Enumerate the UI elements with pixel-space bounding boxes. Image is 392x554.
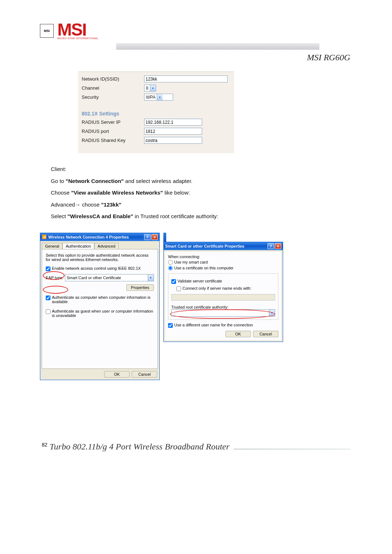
chevron-down-icon xyxy=(150,85,156,91)
help-button[interactable]: ? xyxy=(144,234,151,240)
dialog-screenshots: 📶 Wireless Network Connection 4 Properti… xyxy=(40,233,352,380)
validate-cert-checkbox[interactable] xyxy=(171,279,176,284)
eap-type-select[interactable]: Smart Card or other Certificate xyxy=(65,274,154,281)
tab-general[interactable]: General xyxy=(42,243,62,249)
eap-type-value: Smart Card or other Certificate xyxy=(67,276,121,280)
connect-only-checkbox[interactable] xyxy=(176,286,181,291)
security-select[interactable]: WPA xyxy=(144,94,173,101)
connect-only-label: Connect only if server name ends with: xyxy=(183,286,252,290)
tab-advanced[interactable]: Advanced xyxy=(94,243,119,249)
radius-port-input[interactable] xyxy=(144,128,202,135)
wireless-settings-panel: Network ID(SSID) Channel 8 Security WPA … xyxy=(78,72,234,153)
window-title: Wireless Network Connection 4 Properties xyxy=(48,235,129,239)
security-label: Security xyxy=(82,94,144,100)
channel-value: 8 xyxy=(144,86,150,91)
channel-select[interactable]: 8 xyxy=(144,85,156,91)
window-title: Smart Card or other Certificate Properti… xyxy=(165,244,244,248)
footer-title: Turbo 802.11b/g 4 Port Wireless Broadban… xyxy=(50,442,230,452)
ok-button[interactable]: OK xyxy=(225,331,251,337)
logo-brand: MSI xyxy=(57,22,98,37)
window-icon: 📶 xyxy=(42,235,47,239)
p-goto: Go to "Network Connection" and select wi… xyxy=(51,176,341,187)
use-certificate-radio[interactable] xyxy=(168,266,173,270)
section-8021x-title: 802.1X Settings xyxy=(82,111,234,117)
ssid-input[interactable] xyxy=(144,76,228,82)
when-connecting-label: When connecting: xyxy=(168,254,278,259)
eap-type-label: EAP type: xyxy=(46,276,64,280)
auth-as-computer-checkbox[interactable] xyxy=(46,296,50,300)
auth-as-guest-checkbox[interactable] xyxy=(46,309,50,314)
logo-text: MSI MICRO-STAR INTERNATIONAL xyxy=(57,22,98,40)
auth-as-guest-label: Authenticate as guest when user or compu… xyxy=(52,309,154,318)
validate-cert-label: Validate server certificate xyxy=(177,279,222,283)
enable-8021x-label: Enable network access control using IEEE… xyxy=(52,266,141,270)
wireless-properties-dialog: 📶 Wireless Network Connection 4 Properti… xyxy=(40,233,160,380)
use-smartcard-radio[interactable] xyxy=(168,260,173,265)
radius-ip-input[interactable] xyxy=(144,119,202,126)
dialog-body: When connecting: Use my smart card Use a… xyxy=(165,252,281,340)
logo-emblem: MSI xyxy=(40,24,54,38)
p-choose: Choose "View available Wireless Networks… xyxy=(51,188,341,198)
p-client: Client: xyxy=(51,164,341,175)
radius-ip-label: RADIUS Server IP xyxy=(82,119,144,125)
use-certificate-label: Use a certificate on this computer xyxy=(174,266,233,270)
tab-authentication[interactable]: Authentication xyxy=(62,243,94,249)
channel-label: Channel xyxy=(82,85,144,91)
auth-description: Select this option to provide authentica… xyxy=(46,253,154,262)
tab-strip: General Authentication Advanced xyxy=(40,241,159,249)
cancel-button[interactable]: Cancel xyxy=(253,331,278,337)
p-advanced: Advanced→ choose "123kk" xyxy=(51,200,341,210)
media-strip xyxy=(163,233,166,242)
page-footer: 82 Turbo 802.11b/g 4 Port Wireless Broad… xyxy=(40,442,352,452)
use-diff-user-checkbox[interactable] xyxy=(168,323,173,328)
use-smartcard-label: Use my smart card xyxy=(174,260,208,264)
radius-key-label: RADIUS Shared Key xyxy=(82,138,144,143)
close-button[interactable]: × xyxy=(275,243,281,249)
top-gradient-bar xyxy=(116,43,319,50)
radius-port-label: RADIUS port xyxy=(82,129,144,134)
close-button[interactable]: × xyxy=(151,234,158,240)
radius-key-input[interactable] xyxy=(144,137,202,144)
titlebar: Smart Card or other Certificate Properti… xyxy=(164,242,283,250)
p-select: Select "WirelessCA and Enable" in Truste… xyxy=(51,211,341,222)
titlebar: 📶 Wireless Network Connection 4 Properti… xyxy=(40,233,159,241)
ssid-label: Network ID(SSID) xyxy=(82,76,144,82)
instruction-text: Client: Go to "Network Connection" and s… xyxy=(51,164,341,222)
footer-line xyxy=(234,449,350,449)
security-value: WPA xyxy=(144,95,157,100)
smartcard-properties-dialog: Smart Card or other Certificate Properti… xyxy=(163,242,283,342)
enable-8021x-checkbox[interactable] xyxy=(46,266,50,271)
help-button[interactable]: ? xyxy=(268,243,274,249)
trusted-root-label: Trusted root certificate authority: xyxy=(171,305,275,309)
use-diff-user-label: Use a different user name for the connec… xyxy=(174,323,253,327)
ok-button[interactable]: OK xyxy=(104,371,130,378)
page-number: 82 xyxy=(42,442,48,448)
model-label: MSI RG60G xyxy=(307,53,350,62)
chevron-down-icon xyxy=(148,274,154,281)
properties-button[interactable]: Properties xyxy=(126,284,154,291)
logo-tagline: MICRO-STAR INTERNATIONAL xyxy=(57,37,98,40)
tab-content: Select this option to provide authentica… xyxy=(42,249,158,369)
auth-as-computer-label: Authenticate as computer when computer i… xyxy=(52,295,154,304)
chevron-down-icon xyxy=(269,310,275,316)
logo: MSI MSI MICRO-STAR INTERNATIONAL xyxy=(40,22,352,40)
trusted-root-select[interactable] xyxy=(171,309,275,317)
server-name-input[interactable] xyxy=(171,294,275,301)
chevron-down-icon xyxy=(157,94,163,100)
cancel-button[interactable]: Cancel xyxy=(132,371,157,378)
